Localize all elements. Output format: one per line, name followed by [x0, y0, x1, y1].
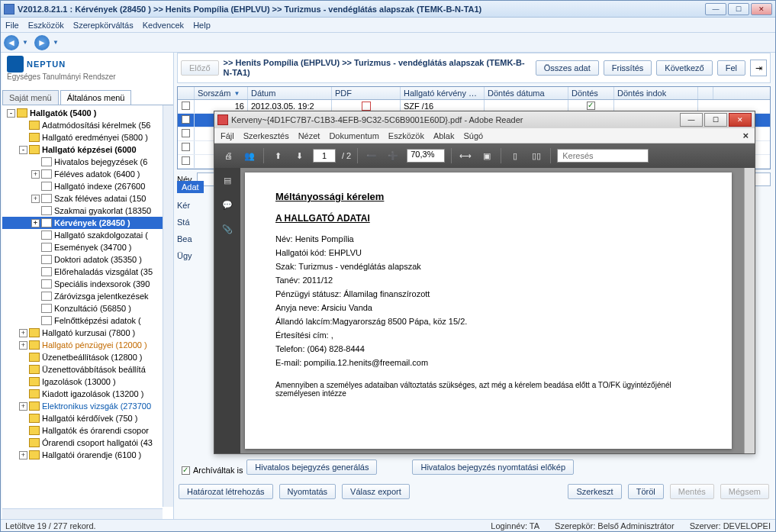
save-button[interactable]: Mentés [670, 484, 714, 499]
grid-header-cell[interactable]: Sorszám [195, 87, 248, 99]
delete-button[interactable]: Töröl [628, 484, 664, 499]
pdf-maximize-button[interactable]: ☐ [704, 113, 727, 127]
tree-expand-icon[interactable] [19, 121, 27, 130]
tree-expand-icon[interactable]: + [19, 402, 27, 411]
zoom-in-icon[interactable]: ➕ [385, 148, 401, 163]
grid-header-cell[interactable]: Döntés dátuma [485, 87, 568, 99]
tree-item[interactable]: Üzenetbeállítások (12800 ) [2, 351, 173, 363]
grid-header-cell[interactable]: Hallgató kérvény … [401, 87, 485, 99]
pdf-icon[interactable] [362, 102, 371, 111]
tree-expand-icon[interactable] [31, 256, 40, 264]
nav-forward-dropdown[interactable]: ▼ [53, 39, 59, 46]
tree-expand-icon[interactable]: + [19, 451, 27, 459]
tree-item[interactable]: -Hallgatók (5400 ) [2, 107, 173, 119]
tree-item[interactable]: Hallgatói kérdőívek (750 ) [2, 412, 173, 424]
grid-header-cell[interactable]: Döntés [568, 87, 614, 99]
pdf-page-view[interactable]: Méltányossági kérelem A HALLGATÓ ADATAI … [245, 172, 732, 449]
tree-item[interactable]: Hallgató indexe (267600 [2, 180, 173, 192]
pdf-menu-file[interactable]: Fájl [221, 131, 234, 140]
maximize-button[interactable]: ☐ [728, 3, 749, 15]
tree-expand-icon[interactable] [31, 292, 40, 301]
tree-expand-icon[interactable] [19, 378, 27, 386]
tree-expand-icon[interactable] [31, 317, 40, 325]
tree-item[interactable]: Igazolások (13000 ) [2, 376, 173, 388]
tree-expand-icon[interactable]: - [7, 109, 15, 118]
tree-item[interactable]: Kiadott igazolások (13200 ) [2, 388, 173, 400]
tree-expand-icon[interactable] [19, 134, 27, 142]
tree-expand-icon[interactable]: + [31, 219, 40, 227]
attachments-panel-icon[interactable]: 📎 [221, 224, 234, 238]
tree-expand-icon[interactable] [31, 158, 40, 166]
tree-item[interactable]: +Hallgató kurzusai (7800 ) [2, 327, 173, 339]
tree-scrollbar-v[interactable] [163, 105, 173, 507]
tree-expand-icon[interactable]: + [31, 195, 40, 203]
row-checkbox[interactable] [182, 102, 190, 110]
grid-header-cell[interactable]: PDF [332, 87, 401, 99]
create-resolution-button[interactable]: Határozat létrehozás [179, 484, 273, 499]
tree-item[interactable]: Hallgató eredményei (5800 ) [2, 131, 173, 143]
pdf-menu-document[interactable]: Dokumentum [329, 131, 378, 140]
tree-expand-icon[interactable] [19, 427, 27, 435]
pdf-search-input[interactable] [557, 149, 649, 163]
tree-item[interactable]: +Hallgató pénzügyei (12000 ) [2, 339, 173, 351]
refresh-button[interactable]: Frissítés [604, 60, 652, 76]
page-number-input[interactable] [313, 149, 336, 163]
single-page-icon[interactable]: ▯ [507, 148, 523, 163]
comments-panel-icon[interactable]: 💬 [221, 200, 234, 214]
tree-scrollbar-h[interactable] [2, 508, 163, 519]
tree-item[interactable]: Üzenettovábbítások beállítá [2, 363, 173, 376]
tree-expand-icon[interactable]: + [19, 341, 27, 350]
nav-tree[interactable]: -Hallgatók (5400 )Adatmódosítási kérelme… [2, 105, 173, 519]
grid-header-cell[interactable]: Döntés indok [614, 87, 698, 99]
fit-page-icon[interactable]: ▣ [479, 148, 494, 163]
tree-item[interactable]: Hivatalos bejegyzések (6 [2, 156, 173, 168]
tree-item[interactable]: Szakmai gyakorlat (18350 [2, 205, 173, 217]
tree-expand-icon[interactable] [31, 231, 40, 240]
next-button[interactable]: Következő [656, 60, 712, 76]
tree-expand-icon[interactable] [19, 353, 27, 362]
cancel-button[interactable]: Mégsem [720, 484, 769, 499]
tree-item[interactable]: +Elektronikus vizsgák (273700 [2, 400, 173, 412]
up-button[interactable]: Fel [717, 60, 745, 76]
grid-header-cell[interactable] [178, 87, 195, 99]
tree-item[interactable]: -Hallgató képzései (6000 [2, 143, 173, 156]
tree-item[interactable]: Előrehaladás vizsgálat (35 [2, 266, 173, 278]
tree-expand-icon[interactable] [31, 305, 40, 313]
menu-favorites[interactable]: Kedvencek [143, 21, 184, 30]
tree-item[interactable]: Doktori adatok (35350 ) [2, 253, 173, 266]
menu-tools[interactable]: Eszközök [28, 21, 64, 30]
tree-item[interactable]: Adatmódosítási kérelmek (56 [2, 119, 173, 131]
two-page-icon[interactable]: ▯▯ [529, 148, 544, 163]
pdf-menu-help[interactable]: Súgó [463, 131, 483, 140]
tree-item[interactable]: Záróvizsga jelentkezések [2, 290, 173, 302]
tree-item[interactable]: Hallgató szakdolgozatai ( [2, 229, 173, 241]
close-button[interactable]: ✕ [751, 3, 772, 15]
tree-expand-icon[interactable] [31, 268, 40, 276]
tree-expand-icon[interactable]: - [19, 146, 27, 154]
tree-expand-icon[interactable] [31, 243, 40, 252]
tree-item[interactable]: +Kérvények (28450 ) [2, 217, 173, 229]
edit-button[interactable]: Szerkeszt [568, 484, 621, 499]
print-preview-button[interactable]: Hivatalos bejegyzés nyomtatási előkép [412, 459, 574, 475]
tree-expand-icon[interactable] [19, 366, 27, 374]
nav-forward-button[interactable]: ► [34, 35, 50, 50]
menu-help[interactable]: Help [193, 21, 211, 30]
tree-expand-icon[interactable] [19, 390, 27, 398]
pin-icon[interactable]: ⇥ [750, 60, 767, 76]
tree-item[interactable]: Hallgatók és órarendi csopor [2, 424, 173, 437]
answer-export-button[interactable]: Válasz export [342, 484, 410, 499]
tree-item[interactable]: +Féléves adatok (6400 ) [2, 168, 173, 180]
tree-expand-icon[interactable]: + [19, 329, 27, 337]
fit-width-icon[interactable]: ⟷ [458, 148, 473, 163]
tree-expand-icon[interactable]: + [31, 170, 40, 179]
row-checkbox[interactable] [182, 129, 190, 137]
collab-icon[interactable]: 👥 [242, 148, 257, 163]
detail-tab-adat[interactable]: Adat [177, 181, 204, 193]
print-icon[interactable]: 🖨 [221, 148, 236, 163]
tree-expand-icon[interactable] [19, 439, 27, 447]
pdf-scrollbar-v[interactable] [744, 168, 755, 453]
row-checkbox[interactable] [182, 143, 190, 151]
prev-button[interactable]: Előző [181, 60, 219, 76]
menu-rolechange[interactable]: Szerepkörváltás [73, 21, 134, 30]
tree-item[interactable]: +Hallgatói órarendje (6100 ) [2, 449, 173, 461]
